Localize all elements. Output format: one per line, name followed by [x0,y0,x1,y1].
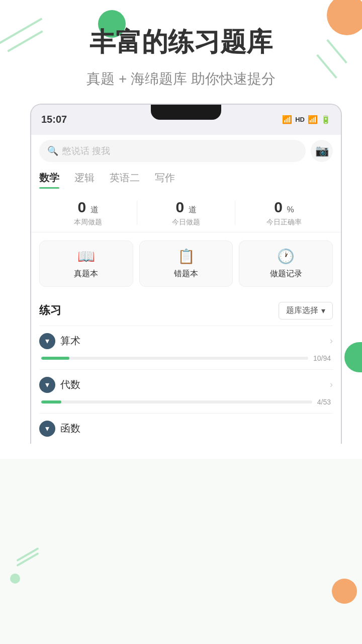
phone-top-bar: 15:07 📶 HD 📶 🔋 [31,105,341,135]
category-algebra: ▾ 代数 › 4/53 [39,369,333,413]
tab-writing[interactable]: 写作 [155,171,175,189]
stat-weekly-value: 0 道 [77,199,98,216]
tabs-row: 数学 逻辑 英语二 写作 [31,167,341,189]
camera-button[interactable]: 📷 [311,140,333,162]
arithmetic-progress-bar [41,357,308,360]
action-buttons-row: 📖 真题本 📋 错题本 🕐 做题记录 [31,232,341,295]
stat-weekly: 0 道 本周做题 [39,199,137,227]
tab-logic[interactable]: 逻辑 [74,171,95,189]
hero-section: 丰富的练习题库 真题 + 海绵题库 助你快速提分 15:07 📶 HD 📶 🔋 … [0,0,362,459]
hd-icon: HD [295,116,305,123]
arithmetic-progress-fill [41,357,69,360]
category-function-left: ▾ 函数 [39,421,80,437]
category-function-name: 函数 [60,422,80,435]
deco-orange-circle [327,0,362,35]
category-arithmetic-header: ▾ 算术 › [39,333,333,349]
arithmetic-progress-text: 10/94 [313,354,331,362]
category-algebra-header: ▾ 代数 › [39,377,333,393]
hero-subtitle: 真题 + 海绵题库 助你快速提分 [30,69,332,89]
status-time: 15:07 [41,114,67,125]
category-arithmetic: ▾ 算术 › 10/94 [39,326,333,369]
phone-mockup: 15:07 📶 HD 📶 🔋 🔍 憋说话 搜我 📷 数学 逻辑 [30,104,342,444]
arithmetic-chevron-icon: › [330,336,333,346]
category-function: ▾ 函数 [39,413,333,444]
chevron-down-icon: ▾ [321,306,325,315]
stat-accuracy-label: 今日正确率 [266,218,302,227]
stat-accuracy-value: 0 % [274,199,294,216]
real-questions-button[interactable]: 📖 真题本 [39,240,133,287]
battery-icon: 🔋 [321,115,331,124]
search-bar-row: 🔍 憋说话 搜我 📷 [31,135,341,167]
deco-green-bottom-left [10,574,20,584]
status-icons: 📶 HD 📶 🔋 [282,115,331,124]
real-questions-label: 真题本 [74,269,98,279]
search-placeholder-text: 憋说话 搜我 [62,145,110,157]
category-function-header: ▾ 函数 [39,421,333,437]
search-icon: 🔍 [47,145,58,156]
history-icon: 🕐 [277,248,295,265]
stat-weekly-label: 本周做题 [74,218,102,227]
bank-select-label: 题库选择 [286,305,318,316]
stat-daily: 0 道 今日做题 [137,199,235,227]
tab-english[interactable]: 英语二 [110,171,140,189]
practice-header: 练习 题库选择 ▾ [39,302,333,319]
wrong-questions-button[interactable]: 📋 错题本 [139,240,233,287]
history-label: 做题记录 [270,269,302,279]
category-arithmetic-left: ▾ 算术 [39,333,80,349]
algebra-progress-bar [41,400,312,404]
category-algebra-left: ▾ 代数 [39,377,80,393]
practice-section: 练习 题库选择 ▾ ▾ 算术 › [31,295,341,444]
history-button[interactable]: 🕐 做题记录 [239,240,333,287]
algebra-progress-row: 4/53 [39,398,333,406]
stat-daily-label: 今日做题 [172,218,200,227]
algebra-progress-fill [41,400,61,404]
category-algebra-name: 代数 [60,378,80,391]
signal-icon: 📶 [308,115,318,124]
stat-daily-value: 0 道 [175,199,196,216]
book-icon: 📖 [77,248,95,265]
stat-accuracy: 0 % 今日正确率 [235,199,333,227]
app-content: 🔍 憋说话 搜我 📷 数学 逻辑 英语二 写作 0 道 本周做题 [31,135,341,444]
practice-title: 练习 [39,303,61,318]
search-bar[interactable]: 🔍 憋说话 搜我 [39,140,306,162]
stats-row: 0 道 本周做题 0 道 今日做题 0 % 今日正确率 [31,189,341,232]
deco-orange-bottom-right [332,579,357,604]
phone-notch [151,105,221,120]
hero-title: 丰富的练习题库 [30,25,332,59]
algebra-progress-text: 4/53 [317,398,331,406]
category-algebra-icon: ▾ [39,377,55,393]
wrong-questions-label: 错题本 [174,269,198,279]
deco-lines-bottom [15,553,40,564]
algebra-chevron-icon: › [330,379,333,390]
wifi-icon: 📶 [282,115,292,124]
arithmetic-progress-row: 10/94 [39,354,333,362]
category-arithmetic-name: 算术 [60,334,80,348]
category-function-icon: ▾ [39,421,55,437]
wrong-book-icon: 📋 [177,248,195,265]
tab-math[interactable]: 数学 [39,171,59,189]
category-arithmetic-icon: ▾ [39,333,55,349]
bank-select-button[interactable]: 题库选择 ▾ [279,302,333,319]
